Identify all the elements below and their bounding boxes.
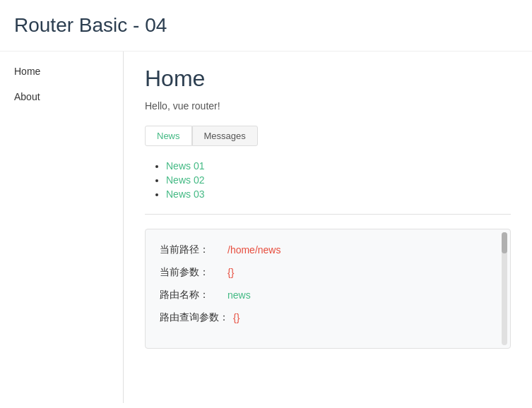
query-label: 路由查询参数： [160,311,229,324]
sidebar-item-home[interactable]: Home [0,59,123,84]
divider [145,214,511,215]
info-row-query: 路由查询参数： {} [160,311,496,324]
sidebar-item-about[interactable]: About [0,84,123,109]
list-item: News 03 [166,188,511,200]
path-value: /home/news [227,244,280,256]
home-heading: Home [145,66,511,92]
list-item: News 02 [166,174,511,186]
info-row-path: 当前路径： /home/news [160,244,496,256]
page-title: Router Basic - 04 [0,0,532,52]
info-box: 当前路径： /home/news 当前参数： {} 路由名称： news 路由查… [145,229,511,349]
params-label: 当前参数： [160,266,223,279]
news-link-1[interactable]: News 01 [166,160,204,172]
path-label: 当前路径： [160,244,223,256]
params-value: {} [227,267,234,278]
news-link-2[interactable]: News 02 [166,174,204,186]
home-subtitle: Hello, vue router! [145,100,511,112]
tab-messages[interactable]: Messages [192,126,258,146]
info-row-name: 路由名称： news [160,289,496,301]
content-area: Home Hello, vue router! News Messages Ne… [124,52,532,403]
list-item: News 01 [166,160,511,172]
route-name-label: 路由名称： [160,289,223,301]
scrollbar-thumb[interactable] [502,232,507,253]
tab-news[interactable]: News [145,126,192,146]
news-list: News 01 News 02 News 03 [145,160,511,200]
info-row-params: 当前参数： {} [160,266,496,279]
sidebar: Home About [0,52,124,403]
scrollbar-track [502,232,507,345]
tab-bar: News Messages [145,126,511,146]
route-name-value: news [227,289,251,301]
news-link-3[interactable]: News 03 [166,188,204,200]
query-value: {} [233,312,240,323]
